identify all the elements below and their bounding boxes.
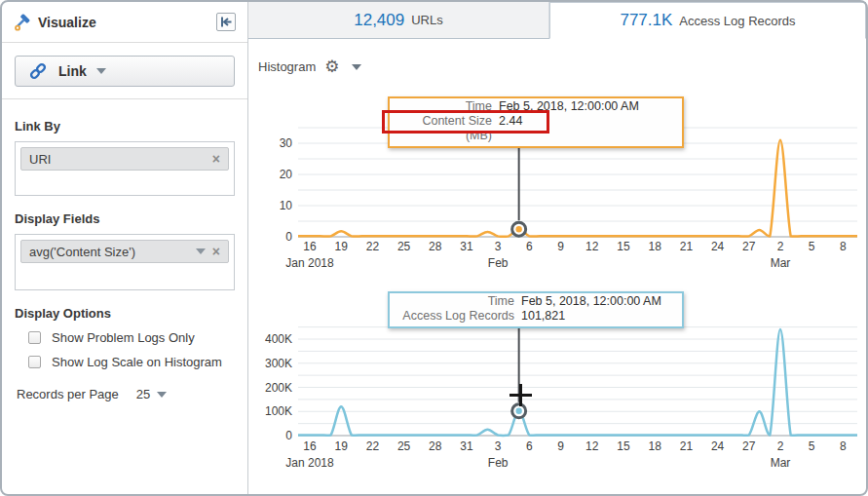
link-chain-icon (27, 61, 49, 81)
y-tick-label: 20 (280, 168, 293, 181)
panel-title: Visualize (38, 15, 216, 30)
display-fields-box[interactable]: avg('Content Size') × (15, 234, 235, 290)
x-tick-label: 6 (526, 240, 533, 253)
x-tick-label: 19 (335, 439, 349, 453)
series-line (298, 140, 857, 237)
x-tick-label: 12 (585, 240, 599, 253)
link-by-field-box[interactable]: URI × (15, 141, 235, 196)
x-tick-label: 24 (711, 439, 725, 453)
link-button-row: Link (2, 43, 247, 99)
tab-access-log-records[interactable]: 777.1K Access Log Records (549, 2, 866, 39)
option-row: Show Log Scale on Histogram (28, 355, 235, 369)
selected-point-dot (515, 408, 521, 414)
red-annotation-highlight-box (382, 110, 549, 134)
tab-label: URLs (411, 13, 443, 27)
x-tick-label: 19 (335, 240, 349, 253)
records-per-page-value[interactable]: 25 (136, 387, 150, 401)
x-tick-label: 12 (585, 439, 599, 453)
x-tick-label: 6 (526, 439, 533, 453)
remove-chip-icon[interactable]: × (212, 245, 220, 258)
records-per-page-row: Records per Page 25 (17, 387, 235, 401)
x-tick-label: 16 (303, 439, 317, 453)
link-caret-icon (96, 68, 106, 74)
x-tick-label: 8 (840, 439, 847, 453)
records-per-page-caret-icon[interactable] (157, 392, 167, 398)
x-tick-label: 9 (557, 439, 564, 453)
tab-count: 12,409 (354, 11, 404, 30)
records-per-page-label: Records per Page (17, 387, 119, 401)
x-month-label: Jan 2018 (285, 456, 334, 470)
checkbox-label: Show Problem Logs Only (52, 330, 195, 345)
x-tick-label: 28 (429, 439, 442, 453)
option-row: Show Problem Logs Only (28, 330, 235, 345)
x-month-label: Jan 2018 (285, 256, 334, 270)
chip-dropdown-caret-icon[interactable] (196, 248, 206, 254)
y-tick-label: 300K (265, 357, 292, 370)
x-tick-label: 28 (429, 240, 442, 253)
tooltip-label: Access Log Records (397, 309, 514, 324)
checkbox-show-log-scale[interactable] (28, 356, 41, 368)
visualize-sidebar: Visualize Link (2, 2, 248, 494)
x-tick-label: 2 (777, 240, 784, 253)
display-options-label: Display Options (15, 306, 235, 321)
y-tick-label: 0 (285, 429, 292, 442)
x-tick-label: 31 (460, 240, 473, 253)
tab-count: 777.1K (620, 11, 672, 30)
x-month-label: Feb (488, 456, 509, 470)
x-tick-label: 25 (397, 240, 411, 253)
x-month-label: Mar (771, 456, 791, 470)
visualize-window: Visualize Link (0, 0, 868, 496)
x-tick-label: 27 (742, 240, 756, 253)
x-tick-label: 5 (809, 240, 815, 253)
histogram-settings-gear-icon[interactable]: ⚙ (324, 58, 339, 75)
series-line (298, 329, 857, 436)
x-tick-label: 5 (809, 439, 815, 453)
x-tick-label: 24 (711, 240, 725, 253)
x-month-label: Feb (488, 256, 509, 270)
tab-bar: 12,409 URLs 777.1K Access Log Records (248, 2, 866, 39)
x-tick-label: 16 (303, 240, 317, 253)
chip-text: URI (29, 152, 206, 167)
x-tick-label: 3 (495, 439, 502, 453)
tooltip-value: Feb 5, 2018, 12:00:00 AM (521, 294, 661, 309)
sidebar-body: Link By URI × Display Fields avg('Conten… (2, 99, 247, 411)
display-field-chip[interactable]: avg('Content Size') × (20, 240, 229, 263)
x-tick-label: 27 (742, 439, 756, 453)
link-button-label: Link (58, 63, 87, 79)
link-by-chip[interactable]: URI × (20, 147, 229, 171)
x-tick-label: 21 (680, 240, 694, 253)
collapse-panel-button[interactable] (216, 13, 236, 31)
tooltip-label: Time (397, 294, 514, 309)
tooltip-row: Access Log Records 101,821 (390, 309, 682, 324)
x-tick-label: 18 (649, 240, 662, 253)
checkbox-show-problem-logs[interactable] (28, 331, 41, 344)
tooltip-row: Time Feb 5, 2018, 12:00:00 AM (390, 294, 682, 309)
display-fields-label: Display Fields (15, 211, 235, 226)
checkbox-label: Show Log Scale on Histogram (52, 355, 222, 369)
chart-toolbar: Histogram ⚙ (258, 58, 866, 75)
x-tick-label: 18 (649, 439, 662, 453)
tab-urls[interactable]: 12,409 URLs (248, 2, 549, 38)
x-tick-label: 3 (495, 240, 502, 253)
histogram-dropdown-caret-icon[interactable] (352, 64, 361, 70)
link-by-label: Link By (15, 119, 235, 134)
tooltip-value: 101,821 (521, 309, 565, 324)
x-tick-label: 15 (617, 439, 630, 453)
chip-text: avg('Content Size') (29, 245, 189, 259)
y-tick-label: 30 (280, 136, 293, 150)
link-dropdown-button[interactable]: Link (15, 56, 235, 87)
y-tick-label: 400K (265, 332, 292, 346)
tab-label: Access Log Records (679, 14, 795, 28)
y-tick-label: 100K (265, 404, 292, 418)
x-tick-label: 22 (366, 240, 380, 253)
x-tick-label: 8 (840, 240, 847, 253)
visualize-hammer-icon (14, 14, 31, 31)
x-month-label: Mar (771, 256, 791, 270)
collapse-arrow-icon (219, 16, 233, 28)
sidebar-header: Visualize (2, 2, 247, 43)
view-type-label: Histogram (258, 59, 316, 74)
x-tick-label: 15 (617, 240, 630, 253)
selected-point-dot (515, 226, 521, 232)
remove-chip-icon[interactable]: × (212, 152, 220, 166)
y-tick-label: 10 (280, 199, 293, 212)
